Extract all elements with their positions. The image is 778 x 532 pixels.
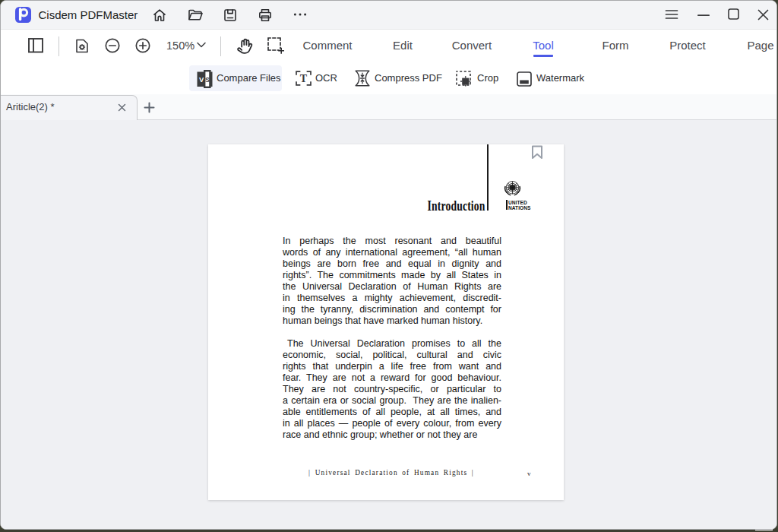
svg-text:V: V xyxy=(199,75,204,84)
svg-text:T: T xyxy=(300,73,308,84)
svg-text:S: S xyxy=(205,76,210,84)
